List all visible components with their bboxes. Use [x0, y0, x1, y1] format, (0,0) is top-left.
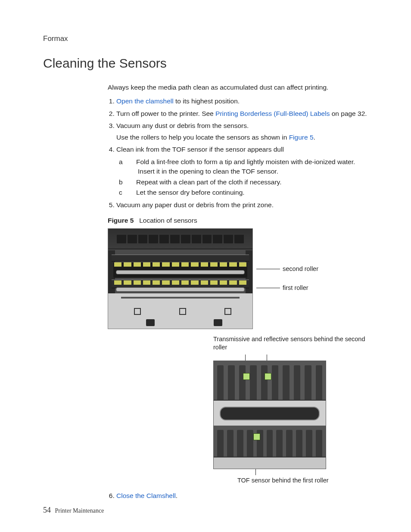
figure-2-block: Transmissive and reflective sensors behi…: [213, 335, 368, 485]
transmissive-sensor-icon: [243, 373, 250, 380]
main-content: Always keep the media path clean as accu…: [108, 83, 368, 501]
step-2-before: Turn off power to the printer. See: [116, 110, 215, 117]
sensor-closeup-image: [213, 361, 326, 469]
step-2: Turn off power to the printer. See Print…: [116, 109, 368, 118]
step-6: Close the Clamshell.: [116, 491, 368, 501]
step-1-text: to its highest position.: [174, 97, 240, 105]
document-page: Formax Cleaning the Sensors Always keep …: [0, 0, 411, 532]
step-6-after: .: [176, 492, 177, 499]
open-clamshell-link[interactable]: Open the clamshell: [116, 97, 174, 105]
borderless-labels-link[interactable]: Printing Borderless (Full-Bleed) Labels: [215, 110, 330, 117]
figure-5-link[interactable]: Figure 5: [289, 134, 314, 141]
step-4b-text: Repeat with a clean part of the cloth if…: [136, 178, 281, 186]
close-clamshell-link[interactable]: Close the Clamshell: [116, 492, 176, 499]
figure-1-wrapper: second roller first roller: [108, 228, 368, 329]
fig2-bottom-caption: TOF sensor behind the first roller: [237, 476, 368, 485]
fig2-top-leaders: [213, 355, 325, 361]
intro-paragraph: Always keep the media path clean as accu…: [108, 83, 368, 92]
printer-overview-image: [108, 228, 253, 329]
fig2-top-caption: Transmissive and reflective sensors behi…: [213, 335, 368, 352]
step-5: Vacuum any paper dust or debris from the…: [116, 200, 368, 210]
callout-first-roller: first roller: [283, 283, 308, 292]
step-4-intro: Clean ink from the TOF sensor if the sen…: [116, 146, 284, 153]
step-1: Open the clamshell to its highest positi…: [116, 96, 368, 106]
page-footer: 54 Printer Maintenance: [43, 506, 104, 515]
step-2-after: on page 32.: [330, 110, 367, 117]
tof-sensor-icon: [253, 433, 260, 440]
step-4-sublist: aFold a lint-free cloth to form a tip an…: [116, 157, 368, 198]
step-3-line2-before: Use the rollers to help you locate the s…: [116, 134, 289, 141]
step-4c-text: Let the sensor dry before continuing.: [136, 189, 245, 196]
footer-section: Printer Maintenance: [55, 507, 104, 514]
step-4b: bRepeat with a clean part of the cloth i…: [128, 177, 368, 187]
step-3: Vacuum any dust or debris from the senso…: [116, 121, 368, 142]
procedure-list: Open the clamshell to its highest positi…: [108, 96, 368, 210]
step-4: Clean ink from the TOF sensor if the sen…: [116, 145, 368, 197]
callout-second-roller: second roller: [283, 264, 318, 274]
brand-name: Formax: [43, 34, 368, 43]
step-3-line1: Vacuum any dust or debris from the senso…: [116, 122, 249, 129]
figure-caption-text: Location of sensors: [139, 217, 197, 224]
fig2-bottom-leader: [213, 469, 325, 475]
step-3-line2-after: .: [314, 134, 315, 141]
figure-5-caption: Figure 5 Location of sensors: [108, 216, 368, 225]
reflective-sensor-icon: [265, 373, 271, 380]
step-4a-text: Fold a lint-free cloth to form a tip and…: [136, 158, 355, 175]
page-title: Cleaning the Sensors: [43, 56, 368, 71]
procedure-list-cont: Close the Clamshell.: [108, 491, 368, 501]
step-4c: cLet the sensor dry before continuing.: [128, 188, 368, 197]
step-4a: aFold a lint-free cloth to form a tip an…: [128, 157, 368, 177]
figure-label: Figure 5: [108, 217, 134, 224]
page-number: 54: [43, 506, 51, 514]
